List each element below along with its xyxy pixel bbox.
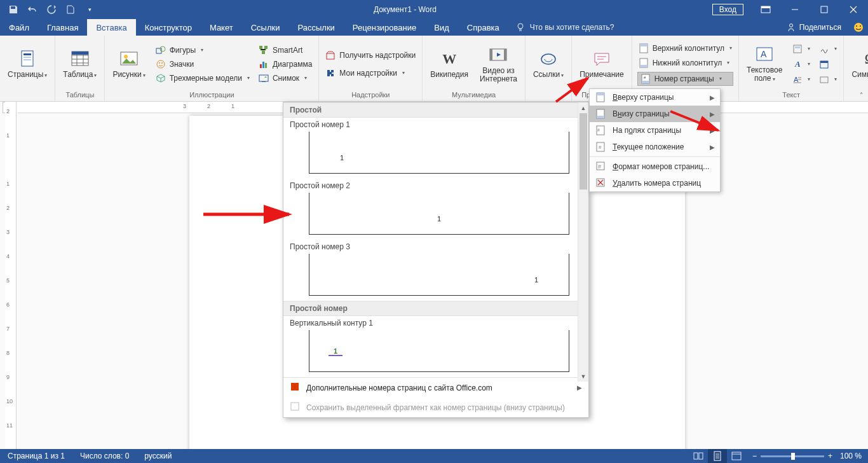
my-addins-button[interactable]: Мои надстройки▾ <box>324 67 417 79</box>
group-text-label: Текст <box>739 90 843 101</box>
tab-view[interactable]: Вид <box>425 19 458 36</box>
maximize-icon[interactable] <box>810 0 839 19</box>
online-video-button[interactable]: Видео из Интернета <box>477 44 520 85</box>
qat-customize-icon[interactable]: ▾ <box>81 2 98 17</box>
datetime-button[interactable] <box>818 59 838 70</box>
group-media: W Википедия Видео из Интернета Мультимед… <box>423 36 526 101</box>
wikipedia-button[interactable]: W Википедия <box>428 48 471 80</box>
undo-icon[interactable] <box>24 2 41 17</box>
view-read-icon[interactable] <box>689 449 708 463</box>
footer-icon <box>639 58 649 68</box>
pages-button[interactable]: Страницы▾ <box>5 48 50 81</box>
status-word-count[interactable]: Число слов: 0 <box>72 452 137 460</box>
tab-mailings[interactable]: Рассылки <box>288 19 343 36</box>
current-pos-icon: # <box>596 142 606 152</box>
ribbon-display-icon[interactable] <box>751 0 780 19</box>
smartart-button[interactable]: SmartArt <box>257 45 313 56</box>
group-media-label: Мультимедиа <box>423 90 525 101</box>
new-doc-icon[interactable] <box>62 2 79 17</box>
submenu-current-position[interactable]: # Текущее положение ▶ <box>590 139 720 155</box>
footer-button[interactable]: Нижний колонтитул▾ <box>637 57 733 69</box>
signature-button[interactable]: ▾ <box>818 43 838 55</box>
store-icon <box>325 50 336 60</box>
minimize-icon[interactable] <box>780 0 810 19</box>
tab-design[interactable]: Конструктор <box>136 19 201 36</box>
office-icon <box>290 382 300 394</box>
submenu-format-page-numbers[interactable]: # Формат номеров страниц... <box>590 158 720 175</box>
table-button[interactable]: Таблица▾ <box>60 48 99 81</box>
symbols-button[interactable]: Ω Символы▾ <box>849 48 868 81</box>
dropcap-icon: A <box>792 74 803 85</box>
object-button[interactable]: ▾ <box>818 74 838 85</box>
table-icon <box>70 49 90 69</box>
screenshot-button[interactable]: Снимок▾ <box>257 73 313 84</box>
svg-text:#: # <box>599 144 602 150</box>
svg-rect-36 <box>640 65 648 67</box>
view-web-icon[interactable] <box>727 449 746 463</box>
tab-help[interactable]: Справка <box>458 19 508 36</box>
zoom-in-icon[interactable]: + <box>828 452 832 460</box>
tab-references[interactable]: Ссылки <box>242 19 289 36</box>
3dmodels-button[interactable]: Трехмерные модели▾ <box>154 73 251 84</box>
pictures-button[interactable]: Рисунки▾ <box>110 48 147 81</box>
wordart-icon: A <box>792 59 803 69</box>
save-icon[interactable] <box>5 2 22 17</box>
tell-me[interactable]: Что вы хотите сделать? <box>508 19 622 36</box>
pages-label: Страницы <box>8 70 43 79</box>
datetime-icon <box>819 59 829 69</box>
status-language[interactable]: русский <box>137 452 179 460</box>
title-bar: ▾ Документ1 - Word Вход <box>0 0 868 19</box>
svg-text:A: A <box>761 49 767 59</box>
signin-button[interactable]: Вход <box>712 4 743 15</box>
gallery-scrollbar[interactable]: ▲ ▼ <box>578 102 588 382</box>
svg-line-62 <box>670 111 718 130</box>
icons-button[interactable]: Значки <box>154 59 251 70</box>
redo-icon[interactable] <box>43 2 60 17</box>
quick-parts-button[interactable]: ▾ <box>791 43 811 55</box>
group-pages: Страницы▾ <box>0 36 55 101</box>
get-addins-button[interactable]: Получить надстройки <box>324 50 417 61</box>
tab-layout[interactable]: Макет <box>201 19 242 36</box>
tab-home[interactable]: Главная <box>38 19 87 36</box>
page-number-button[interactable]: #Номер страницы▾ <box>637 72 733 86</box>
gallery-item-3-title: Простой номер 3 <box>283 240 588 252</box>
feedback-smile-icon[interactable] <box>849 19 868 36</box>
zoom-value[interactable]: 100 % <box>840 452 862 460</box>
submenu-top-of-page[interactable]: Вверху страницы ▶ <box>590 89 720 106</box>
view-print-icon[interactable] <box>708 449 727 463</box>
group-illustrations: Рисунки▾ Фигуры▾ Значки Трехмерные модел… <box>105 36 319 101</box>
gallery-preview-2[interactable]: 1 <box>309 193 569 235</box>
dropcap-button[interactable]: A▾ <box>791 74 811 85</box>
collapse-ribbon-icon[interactable]: ˄ <box>860 92 863 99</box>
annotation-arrow-1 <box>553 73 597 107</box>
gallery-preview-3[interactable]: 1 <box>309 254 569 296</box>
scroll-thumb[interactable] <box>580 113 587 190</box>
tab-file[interactable]: Файл <box>0 19 38 36</box>
status-page[interactable]: Страница 1 из 1 <box>0 452 72 460</box>
gallery-more-office[interactable]: Дополнительные номера страниц с сайта Of… <box>283 378 588 397</box>
svg-rect-10 <box>24 57 31 58</box>
textbox-icon: A <box>754 45 775 65</box>
wordart-button[interactable]: A▾ <box>791 59 811 70</box>
zoom-out-icon[interactable]: − <box>752 452 757 460</box>
zoom-slider[interactable] <box>761 455 824 457</box>
tab-review[interactable]: Рецензирование <box>344 19 425 36</box>
scroll-down-icon[interactable]: ▼ <box>578 371 588 382</box>
shapes-icon <box>156 45 166 55</box>
shapes-button[interactable]: Фигуры▾ <box>154 45 251 56</box>
textbox-button[interactable]: A Текстовое поле▾ <box>744 43 785 85</box>
svg-point-7 <box>860 25 861 27</box>
chart-button[interactable]: Диаграмма <box>257 59 313 70</box>
vertical-ruler[interactable]: 2 1 1 2 3 4 5 6 7 8 9 10 11 <box>5 102 17 449</box>
submenu-remove-page-numbers[interactable]: Удалить номера страниц <box>590 175 720 191</box>
zoom-control[interactable]: − + 100 % <box>746 452 868 460</box>
gallery-preview-4[interactable]: 1 <box>309 330 569 372</box>
tab-insert[interactable]: Вставка <box>87 19 135 36</box>
gallery-preview-1[interactable]: 1 <box>309 132 569 174</box>
zoom-thumb[interactable] <box>791 453 795 460</box>
link-icon <box>538 49 559 69</box>
header-button[interactable]: Верхний колонтитул▾ <box>637 43 733 54</box>
gallery-item-4-title: Вертикальный контур 1 <box>283 316 588 329</box>
close-icon[interactable] <box>839 0 868 19</box>
share-button[interactable]: Поделиться <box>779 19 849 36</box>
